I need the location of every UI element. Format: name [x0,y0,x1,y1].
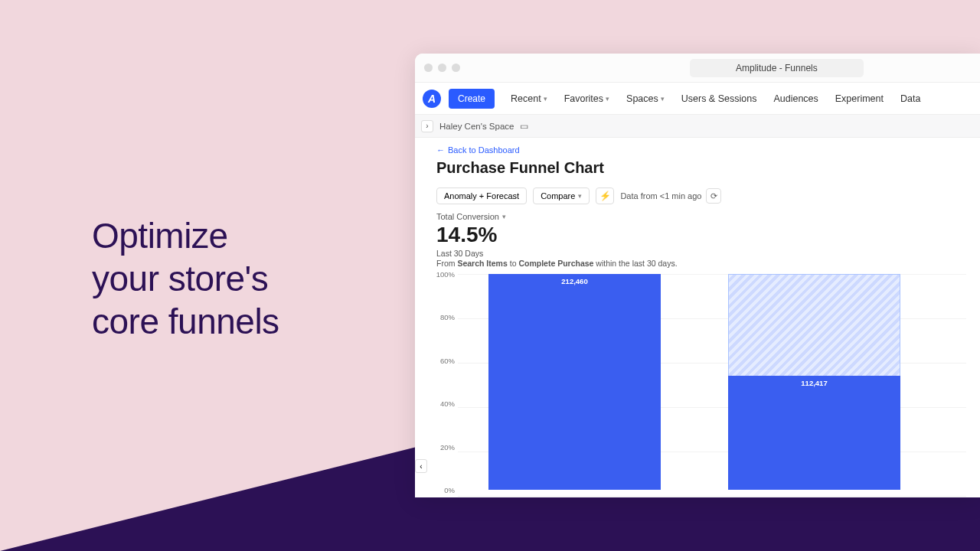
nav-data[interactable]: Data [893,89,927,109]
title-bar: Amplitude - Funnels [415,54,980,83]
content-area: ← Back to Dashboard Purchase Funnel Char… [415,138,980,497]
arrow-left-icon: ← [436,145,445,155]
refresh-icon: ⟳ [710,191,717,201]
amplitude-logo-icon[interactable]: A [423,90,441,108]
folder-icon: ▭ [520,121,528,132]
breadcrumb-bar: › Haley Cen's Space ▭ [415,115,980,138]
controls-row: Anomaly + Forecast Compare ▾ ⚡ Data from… [436,187,966,204]
metric-value: 14.5% [436,223,966,247]
pill-label: Compare [541,191,575,201]
nav-item-label: Experiment [835,93,884,104]
nav-users-sessions[interactable]: Users & Sessions [675,89,764,109]
compare-button[interactable]: Compare ▾ [533,187,590,204]
y-tick: 0% [444,486,455,494]
nav-experiment[interactable]: Experiment [828,89,890,109]
metric-period: Last 30 Days [436,249,966,258]
back-link-label: Back to Dashboard [448,145,520,155]
metric-description: From Search Items to Complete Purchase w… [436,259,966,268]
minimize-icon[interactable] [438,64,446,72]
pill-label: Anomaly + Forecast [444,191,519,201]
y-tick: 80% [440,313,455,321]
marketing-headline: Optimize your store's core funnels [92,214,279,343]
nav-recent[interactable]: Recent ▾ [504,89,554,109]
nav-item-label: Audiences [773,93,818,104]
nav-item-label: Spaces [626,93,658,104]
bolt-icon: ⚡ [599,191,611,201]
refresh-button[interactable]: ⟳ [706,188,721,204]
bars-area: 212,460 112,417 [458,274,966,490]
collapse-panel-button[interactable]: ‹ [415,459,427,473]
nav-item-label: Favorites [564,93,603,104]
bar-value-label: 212,460 [488,277,661,285]
y-tick: 40% [440,399,455,408]
chevron-down-icon: ▾ [544,95,547,103]
data-freshness-label: Data from <1 min ago [620,191,701,201]
nav-spaces[interactable]: Spaces ▾ [619,89,671,109]
traffic-lights [424,64,460,72]
app-window: Amplitude - Funnels A Create Recent ▾ Fa… [415,54,980,497]
nav-item-label: Users & Sessions [681,93,757,104]
expand-sidebar-button[interactable]: › [421,120,433,132]
close-icon[interactable] [424,64,433,72]
nav-audiences[interactable]: Audiences [766,89,825,109]
nav-favorites[interactable]: Favorites ▾ [557,89,616,109]
chevron-down-icon: ▾ [606,95,609,103]
y-tick: 20% [440,442,455,451]
y-tick: 100% [436,270,455,279]
data-freshness: Data from <1 min ago ⟳ [620,188,721,204]
maximize-icon[interactable] [452,64,460,72]
breadcrumb-space[interactable]: Haley Cen's Space [439,122,514,131]
metric-header[interactable]: Total Conversion ▾ [436,212,966,221]
nav-item-label: Recent [511,93,541,104]
chevron-down-icon: ▾ [578,192,582,200]
marketing-headline-text: Optimize your store's core funnels [92,216,279,341]
chevron-down-icon: ▾ [661,95,665,103]
create-button[interactable]: Create [449,89,495,109]
back-to-dashboard-link[interactable]: ← Back to Dashboard [436,145,966,155]
y-tick: 60% [440,356,455,364]
bar-value-label: 112,417 [728,379,900,387]
bar-search-items[interactable]: 212,460 [488,274,661,490]
bolt-button[interactable]: ⚡ [596,187,614,204]
anomaly-forecast-button[interactable]: Anomaly + Forecast [436,187,527,204]
bar-add-to-cart[interactable]: 112,417 [728,274,900,490]
top-nav: A Create Recent ▾ Favorites ▾ Spaces ▾ U… [415,83,980,115]
chevron-down-icon: ▾ [502,213,506,220]
window-title: Amplitude - Funnels [690,59,864,77]
nav-item-label: Data [900,93,920,104]
y-axis: 100% 80% 60% 40% 20% 0% [436,274,456,490]
page-title: Purchase Funnel Chart [436,159,966,177]
metric-header-label: Total Conversion [436,212,499,221]
funnel-chart: 100% 80% 60% 40% 20% 0% 212,460 [436,274,966,496]
